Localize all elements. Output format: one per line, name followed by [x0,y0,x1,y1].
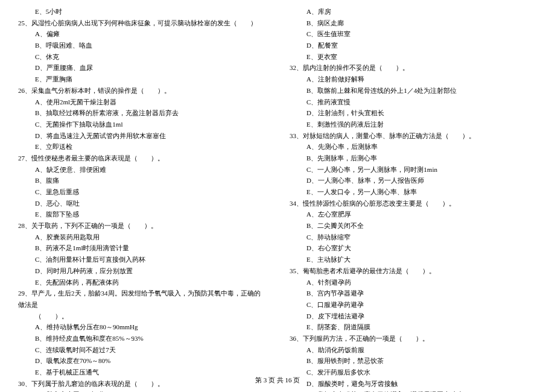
option-text: B、二尖瓣关闭不全 [290,220,537,232]
option-text: C、推药液宜慢 [290,96,537,108]
page-footer: 第 3 页 共 16 页 [0,376,555,385]
option-text: C、一人测心率，另一人测脉率，同时测1min [290,164,537,175]
option-text: B、宫内节孕器避孕 [290,288,537,299]
question-text: 36、下列服药方法，不正确的一项是（ ）。 [290,333,537,344]
option-text: E、先配固体药，再配液体药 [18,277,265,288]
option-text: B、维持经皮血氧饱和度在85%～93% [18,333,265,344]
option-text: C、里急后重感 [18,186,265,198]
option-text: B、病区走廊 [290,17,537,29]
option-text: A、胎心率大于120次/分 [18,389,265,392]
question-text: 33、对脉短绌的病人，测量心率、脉率的正确方法是（ ）。 [290,130,537,142]
option-text: A、左心室肥厚 [290,209,537,220]
option-text: A、库房 [290,6,537,17]
option-text: D、注射油剂，针头宜粗长 [290,107,537,119]
option-text: A、使用2ml无菌干燥注射器 [18,96,265,108]
option-text: E、刺激性强的药液后注射 [290,119,537,130]
option-text: E、腹部下坠感 [18,209,265,220]
option-text: E、一人发口令，另一人测心率、脉率 [290,186,537,198]
option-text: C、肺动脉缩窄 [290,232,537,243]
option-text: B、抽取经过稀释的肝素溶液，充盈注射器后弃去 [18,107,265,119]
question-text: （ ）。 [18,311,265,322]
option-text: B、取髂前上棘和尾骨连线的外上1／4处为注射部位 [290,85,537,96]
option-text: D、恶心、呕吐 [18,198,265,209]
question-text: 28、关于取药，下列不正确的一项是（ ）。 [18,220,265,232]
option-text: E、立即送检 [18,141,265,153]
option-text: A、助消化药饭前服 [290,344,537,356]
option-text: A、注射前做好解释 [290,74,537,85]
option-text: E、鼻饲病人服药，应自胃管灌入，灌后需温开水冲净 [290,389,537,392]
option-text: A、针剂避孕药 [290,277,537,288]
option-text: B、药液不足1ml时须用滴管计量 [18,242,265,254]
option-text: B、服用铁剂时，禁忌饮茶 [290,355,537,367]
option-text: E、阴茎套、阴道隔膜 [290,321,537,333]
option-text: C、口服避孕药避孕 [290,299,537,311]
option-text: E、严重胸痛 [18,74,265,85]
option-text: B、先测脉率，后测心率 [290,153,537,164]
option-text: B、呼吸困难、咯血 [18,40,265,51]
option-text: D、严重腰痛、血尿 [18,62,265,74]
option-text: B、腹痛 [18,175,265,186]
option-text: D、同时用几种药液，应分别放置 [18,265,265,277]
question-text: 29、早产儿，生后2天，胎龄34周。因发绀给予氧气吸入，为预防其氧中毒，正确的做… [18,288,265,310]
option-text: C、连续吸氧时间不超过7天 [18,344,265,356]
option-text: D、将血迅速注入无菌试管内并用软木塞塞住 [18,130,265,142]
option-text: C、油剂用量杯计量后可直接倒入药杯 [18,254,265,265]
question-text: 27、慢性便秘患者最主要的临床表现是（ ）。 [18,153,265,164]
left-column: E、5小时 25、风湿性心脏病病人出现下列何种临床征象，可提示脑动脉栓塞的发生（… [18,6,265,368]
option-text: D、配餐室 [290,40,537,51]
option-text: E、5小时 [18,6,265,17]
option-text: D、皮下埋植法避孕 [290,311,537,322]
option-text: C、无菌操作下抽取动脉血1ml [18,119,265,130]
option-text: C、医生值班室 [290,28,537,40]
right-column: A、库房 B、病区走廊 C、医生值班室 D、配餐室 E、更衣室 32、肌内注射的… [290,6,537,368]
question-text: 32、肌内注射的操作不妥的是（ ）。 [290,62,537,74]
question-text: 26、采集血气分析标本时，错误的操作是（ ）。 [18,85,265,96]
option-text: A、先测心率，后测脉率 [290,141,537,153]
option-text: A、胶囊装药用匙取用 [18,232,265,243]
question-text: 25、风湿性心脏病病人出现下列何种临床征象，可提示脑动脉栓塞的发生（ ） [18,17,265,29]
question-text: 34、慢性肺源性心脏病的心脏形态改变主要是（ ）。 [290,198,537,209]
option-text: A、缺乏便意、排便困难 [18,164,265,175]
option-text: D、右心室扩大 [290,242,537,254]
option-text: E、更衣室 [290,51,537,63]
question-text: 35、葡萄胎患者术后避孕的最佳方法是（ ）。 [290,265,537,277]
option-text: A、偏瘫 [18,28,265,40]
option-text: C、休克 [18,51,265,63]
option-text: D、一人测心率、脉率，另一人报告医师 [290,175,537,186]
option-text: A、维持动脉氧分压在80～90mmHg [18,321,265,333]
option-text: D、吸氧浓度在70%～80% [18,355,265,367]
option-text: E、主动脉扩大 [290,254,537,265]
